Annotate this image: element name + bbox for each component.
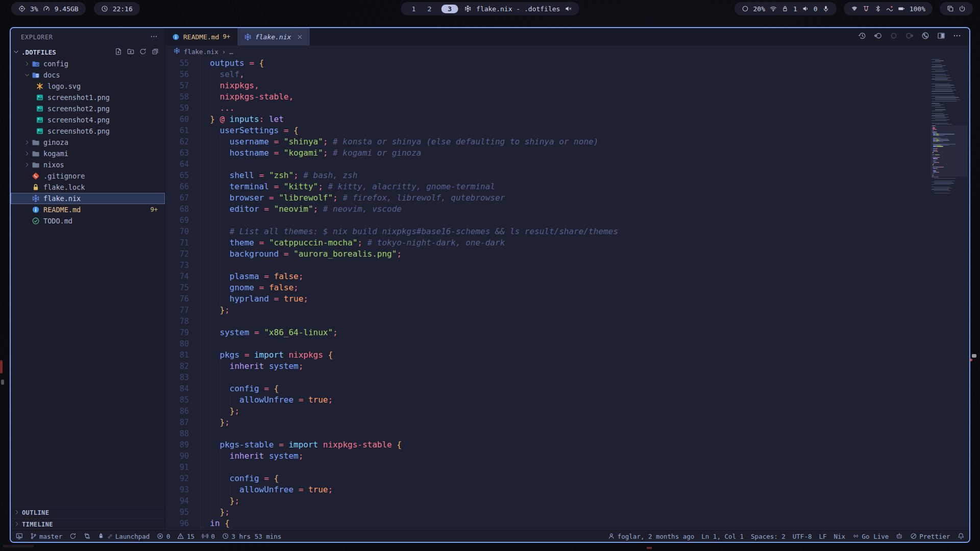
- line-number: 84: [165, 383, 189, 394]
- git-graph-button[interactable]: [921, 32, 929, 42]
- image-file-icon: [35, 127, 44, 135]
- sync-changes[interactable]: [69, 533, 77, 540]
- new-folder-button[interactable]: [127, 48, 134, 57]
- explorer-item-flake.lock[interactable]: flake.lock: [11, 182, 165, 193]
- current-change-button[interactable]: [890, 32, 898, 42]
- git-compare[interactable]: [84, 533, 91, 540]
- eol[interactable]: LF: [819, 533, 826, 540]
- explorer-item-screenshot6.png[interactable]: screenshot6.png: [11, 126, 165, 137]
- git-blame[interactable]: foglar, 2 months ago: [608, 533, 694, 540]
- new-file-button[interactable]: [115, 48, 122, 57]
- minimap[interactable]: [932, 59, 966, 212]
- explorer-item-screenshot4.png[interactable]: screenshot4.png: [11, 114, 165, 126]
- levels-pill[interactable]: 20%10: [734, 2, 837, 15]
- timeline-history-button[interactable]: [858, 32, 866, 42]
- go-live[interactable]: Go Live: [852, 533, 889, 540]
- tab-README.md[interactable]: README.md9+: [165, 28, 237, 45]
- connectivity-pill[interactable]: 100%: [844, 2, 933, 15]
- code-token: ;: [299, 450, 304, 462]
- code-token: "shinya": [284, 136, 323, 147]
- prettier[interactable]: Prettier: [910, 533, 950, 540]
- breadcrumb[interactable]: flake.nix › …: [165, 45, 969, 58]
- extension-status[interactable]: [896, 533, 903, 540]
- tab-flake.nix[interactable]: flake.nix: [237, 28, 310, 45]
- status-text: Launchpad: [115, 533, 150, 540]
- next-change-button[interactable]: [905, 32, 914, 42]
- code-token: "kogami": [284, 147, 323, 159]
- minimap-viewport[interactable]: [930, 126, 967, 177]
- code-editor[interactable]: 55 outputs = {56 self,57 nixpkgs,58 nixp…: [165, 58, 969, 530]
- remote-indicator[interactable]: [16, 533, 23, 540]
- code-token: false: [274, 271, 299, 282]
- explorer-item-docs[interactable]: docs: [11, 69, 165, 81]
- explorer-item-nixos[interactable]: nixos: [11, 159, 165, 170]
- git-file-icon: [31, 172, 40, 180]
- explorer-item-ginoza[interactable]: ginoza: [11, 137, 165, 148]
- cursor-position[interactable]: Ln 1, Col 1: [701, 533, 744, 540]
- editor-actions: [858, 28, 969, 45]
- code-token: ;: [323, 136, 328, 147]
- code-token: =: [244, 58, 259, 69]
- workspace-section-header[interactable]: .DOTFILES: [11, 46, 165, 58]
- refresh-button[interactable]: [139, 48, 146, 57]
- problems-warnings[interactable]: 15: [177, 533, 194, 540]
- broadcast-count[interactable]: 0: [202, 533, 215, 540]
- status-text: Go Live: [862, 533, 889, 540]
- file-label: flake.nix: [43, 194, 81, 203]
- indent-guides: [200, 495, 230, 507]
- encoding[interactable]: UTF-8: [793, 533, 812, 540]
- explorer-item-screenshot1.png[interactable]: screenshot1.png: [11, 92, 165, 103]
- indentation[interactable]: Spaces: 2: [751, 533, 786, 540]
- code-token: =: [269, 147, 284, 159]
- notifications[interactable]: [958, 533, 965, 540]
- explorer-item-.gitignore[interactable]: .gitignore: [11, 170, 165, 182]
- workspace-button-2[interactable]: 2: [424, 5, 435, 13]
- explorer-item-config[interactable]: config: [11, 58, 165, 69]
- launchpad[interactable]: Launchpad: [97, 533, 150, 540]
- code-token: }: [220, 417, 225, 428]
- time-tracker[interactable]: 3 hrs 53 mins: [222, 533, 281, 540]
- code-token: ;: [333, 192, 338, 204]
- workspace-button-1[interactable]: 1: [408, 5, 420, 13]
- line-number: 88: [165, 428, 189, 439]
- explorer-item-TODO.md[interactable]: TODO.md: [11, 215, 165, 227]
- outline-section-header[interactable]: OUTLINE: [11, 507, 165, 518]
- line-number: 78: [165, 316, 189, 327]
- breadcrumb-more[interactable]: …: [229, 48, 233, 56]
- svg-file-icon: [36, 82, 44, 90]
- problems-errors[interactable]: 0: [157, 533, 170, 540]
- explorer-item-README.md[interactable]: README.md9+: [11, 204, 165, 215]
- code-token: =: [259, 383, 274, 394]
- code-line: 77 };: [165, 305, 969, 316]
- file-label: screenshot1.png: [47, 93, 110, 102]
- git-branch[interactable]: master: [30, 533, 63, 540]
- file-label: screenshot6.png: [47, 127, 110, 135]
- timeline-section-header[interactable]: TIMELINE: [11, 518, 165, 530]
- previous-change-button[interactable]: [874, 32, 882, 42]
- explorer-item-logo.svg[interactable]: logo.svg: [11, 81, 165, 92]
- clock-pill[interactable]: 22:16: [94, 2, 140, 15]
- chevron-right-icon: [24, 61, 30, 67]
- status-text: Nix: [834, 533, 846, 540]
- split-editor-button[interactable]: [937, 32, 945, 42]
- more-icon: [150, 33, 158, 40]
- system-stats-pill[interactable]: 3%9.45GB: [11, 2, 86, 15]
- language-mode[interactable]: Nix: [834, 533, 846, 540]
- close-tab-button[interactable]: [297, 34, 303, 40]
- code-token: config: [230, 473, 259, 484]
- code-line: 71 theme = "catppuccin-mocha"; # tokyo-n…: [165, 237, 969, 248]
- session-pill[interactable]: [940, 2, 973, 15]
- code-token: ,: [239, 69, 244, 80]
- explorer-item-flake.nix[interactable]: flake.nix: [11, 193, 165, 204]
- explorer-item-kogami[interactable]: kogami: [11, 148, 165, 159]
- code-token: pkgs-stable: [220, 439, 274, 450]
- collapse-all-button[interactable]: [152, 48, 159, 57]
- workspaces-title-pill[interactable]: 123flake.nix - .dotfiles: [401, 2, 579, 15]
- breadcrumb-file[interactable]: flake.nix: [184, 48, 218, 56]
- indent-guides: [200, 125, 220, 136]
- workspace-button-3[interactable]: 3: [441, 5, 458, 13]
- more-actions-button[interactable]: [953, 32, 961, 42]
- explorer-more-actions-button[interactable]: [150, 33, 158, 42]
- indent-guides: [200, 450, 230, 462]
- explorer-item-screenshot2.png[interactable]: screenshot2.png: [11, 103, 165, 114]
